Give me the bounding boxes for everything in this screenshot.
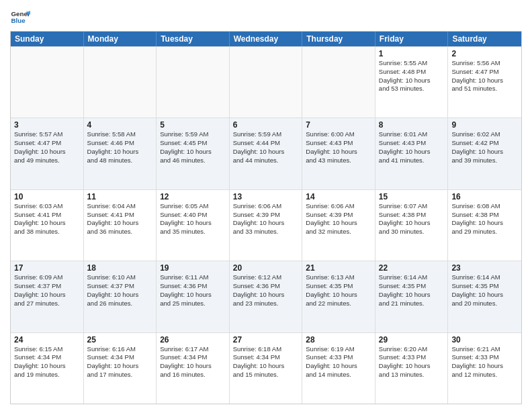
calendar-cell: 18Sunrise: 6:10 AM Sunset: 4:37 PM Dayli…: [84, 261, 157, 332]
day-info: Sunrise: 5:55 AM Sunset: 4:48 PM Dayligh…: [379, 59, 445, 93]
day-number: 26: [160, 335, 226, 345]
day-info: Sunrise: 6:11 AM Sunset: 4:36 PM Dayligh…: [160, 273, 226, 308]
day-info: Sunrise: 6:05 AM Sunset: 4:40 PM Dayligh…: [160, 202, 226, 236]
calendar-cell: [84, 47, 157, 118]
day-info: Sunrise: 6:17 AM Sunset: 4:34 PM Dayligh…: [160, 345, 226, 379]
calendar-cell: 9Sunrise: 6:02 AM Sunset: 4:42 PM Daylig…: [448, 118, 521, 189]
day-number: 25: [87, 335, 153, 345]
calendar-cell: 7Sunrise: 6:00 AM Sunset: 4:43 PM Daylig…: [302, 118, 375, 189]
calendar-cell: 3Sunrise: 5:57 AM Sunset: 4:47 PM Daylig…: [11, 118, 84, 189]
calendar-cell: 11Sunrise: 6:04 AM Sunset: 4:41 PM Dayli…: [84, 190, 157, 261]
day-info: Sunrise: 5:59 AM Sunset: 4:44 PM Dayligh…: [233, 130, 299, 165]
calendar-cell: [11, 47, 84, 118]
calendar-cell: 14Sunrise: 6:06 AM Sunset: 4:39 PM Dayli…: [302, 190, 375, 261]
day-number: 7: [306, 120, 371, 130]
day-number: 12: [160, 192, 226, 201]
day-number: 10: [14, 192, 80, 201]
day-number: 24: [14, 335, 80, 345]
calendar-cell: [157, 47, 230, 118]
calendar-cell: 26Sunrise: 6:17 AM Sunset: 4:34 PM Dayli…: [157, 333, 230, 404]
day-info: Sunrise: 6:15 AM Sunset: 4:34 PM Dayligh…: [14, 345, 80, 379]
day-number: 15: [379, 192, 445, 201]
day-info: Sunrise: 6:08 AM Sunset: 4:38 PM Dayligh…: [451, 202, 518, 236]
calendar-cell: 10Sunrise: 6:03 AM Sunset: 4:41 PM Dayli…: [11, 190, 84, 261]
calendar-row-3: 10Sunrise: 6:03 AM Sunset: 4:41 PM Dayli…: [11, 189, 521, 261]
calendar-cell: 22Sunrise: 6:14 AM Sunset: 4:35 PM Dayli…: [375, 261, 449, 332]
calendar-cell: 6Sunrise: 5:59 AM Sunset: 4:44 PM Daylig…: [230, 118, 303, 189]
day-number: 27: [233, 335, 299, 345]
calendar-cell: 1Sunrise: 5:55 AM Sunset: 4:48 PM Daylig…: [375, 47, 449, 118]
calendar-cell: 15Sunrise: 6:07 AM Sunset: 4:38 PM Dayli…: [375, 190, 449, 261]
calendar-cell: 13Sunrise: 6:06 AM Sunset: 4:39 PM Dayli…: [230, 190, 303, 261]
calendar-cell: [230, 47, 303, 118]
calendar-cell: 16Sunrise: 6:08 AM Sunset: 4:38 PM Dayli…: [448, 190, 521, 261]
day-number: 5: [160, 120, 226, 130]
day-info: Sunrise: 6:06 AM Sunset: 4:39 PM Dayligh…: [306, 202, 371, 236]
calendar-cell: 12Sunrise: 6:05 AM Sunset: 4:40 PM Dayli…: [157, 190, 230, 261]
day-info: Sunrise: 6:01 AM Sunset: 4:43 PM Dayligh…: [379, 130, 445, 165]
calendar-cell: 4Sunrise: 5:58 AM Sunset: 4:46 PM Daylig…: [84, 118, 157, 189]
calendar-cell: 20Sunrise: 6:12 AM Sunset: 4:36 PM Dayli…: [230, 261, 303, 332]
day-number: 6: [233, 120, 299, 130]
day-info: Sunrise: 5:58 AM Sunset: 4:46 PM Dayligh…: [87, 130, 153, 165]
calendar-cell: 2Sunrise: 5:56 AM Sunset: 4:47 PM Daylig…: [448, 47, 521, 118]
calendar-cell: 24Sunrise: 6:15 AM Sunset: 4:34 PM Dayli…: [11, 333, 84, 404]
calendar-cell: 5Sunrise: 5:59 AM Sunset: 4:45 PM Daylig…: [157, 118, 230, 189]
day-number: 18: [87, 263, 153, 273]
calendar-row-5: 24Sunrise: 6:15 AM Sunset: 4:34 PM Dayli…: [11, 332, 521, 404]
header: General Blue: [10, 7, 522, 27]
weekday-header-tuesday: Tuesday: [157, 32, 230, 46]
day-number: 22: [379, 263, 445, 273]
day-info: Sunrise: 6:07 AM Sunset: 4:38 PM Dayligh…: [379, 202, 445, 236]
day-number: 20: [233, 263, 299, 273]
day-info: Sunrise: 5:57 AM Sunset: 4:47 PM Dayligh…: [14, 130, 80, 165]
calendar: SundayMondayTuesdayWednesdayThursdayFrid…: [10, 31, 522, 404]
day-number: 3: [14, 120, 80, 130]
day-number: 1: [379, 49, 445, 58]
day-number: 23: [451, 263, 518, 273]
day-info: Sunrise: 6:04 AM Sunset: 4:41 PM Dayligh…: [87, 202, 153, 236]
weekday-header-monday: Monday: [84, 32, 157, 46]
day-info: Sunrise: 6:14 AM Sunset: 4:35 PM Dayligh…: [379, 273, 445, 308]
day-info: Sunrise: 6:18 AM Sunset: 4:34 PM Dayligh…: [233, 345, 299, 379]
calendar-cell: 19Sunrise: 6:11 AM Sunset: 4:36 PM Dayli…: [157, 261, 230, 332]
page: General Blue SundayMondayTuesdayWednesda…: [0, 0, 532, 411]
day-number: 4: [87, 120, 153, 130]
day-number: 28: [306, 335, 371, 345]
day-info: Sunrise: 6:14 AM Sunset: 4:35 PM Dayligh…: [451, 273, 518, 308]
day-number: 29: [379, 335, 445, 345]
weekday-header-saturday: Saturday: [448, 32, 521, 46]
day-info: Sunrise: 6:12 AM Sunset: 4:36 PM Dayligh…: [233, 273, 299, 308]
calendar-cell: 23Sunrise: 6:14 AM Sunset: 4:35 PM Dayli…: [448, 261, 521, 332]
logo: General Blue: [10, 7, 33, 27]
day-info: Sunrise: 5:56 AM Sunset: 4:47 PM Dayligh…: [451, 59, 518, 93]
calendar-cell: 27Sunrise: 6:18 AM Sunset: 4:34 PM Dayli…: [230, 333, 303, 404]
day-number: 13: [233, 192, 299, 201]
day-info: Sunrise: 6:06 AM Sunset: 4:39 PM Dayligh…: [233, 202, 299, 236]
day-number: 11: [87, 192, 153, 201]
svg-text:Blue: Blue: [11, 17, 26, 24]
calendar-cell: 30Sunrise: 6:21 AM Sunset: 4:33 PM Dayli…: [448, 333, 521, 404]
day-info: Sunrise: 6:10 AM Sunset: 4:37 PM Dayligh…: [87, 273, 153, 308]
calendar-body: 1Sunrise: 5:55 AM Sunset: 4:48 PM Daylig…: [11, 46, 521, 404]
calendar-cell: 25Sunrise: 6:16 AM Sunset: 4:34 PM Dayli…: [84, 333, 157, 404]
day-number: 9: [451, 120, 518, 130]
day-info: Sunrise: 5:59 AM Sunset: 4:45 PM Dayligh…: [160, 130, 226, 165]
weekday-header-thursday: Thursday: [302, 32, 375, 46]
calendar-cell: [302, 47, 375, 118]
calendar-cell: 8Sunrise: 6:01 AM Sunset: 4:43 PM Daylig…: [375, 118, 449, 189]
day-number: 17: [14, 263, 80, 273]
day-info: Sunrise: 6:02 AM Sunset: 4:42 PM Dayligh…: [451, 130, 518, 165]
calendar-row-1: 1Sunrise: 5:55 AM Sunset: 4:48 PM Daylig…: [11, 46, 521, 118]
weekday-header-wednesday: Wednesday: [230, 32, 303, 46]
calendar-cell: 21Sunrise: 6:13 AM Sunset: 4:35 PM Dayli…: [302, 261, 375, 332]
day-info: Sunrise: 6:03 AM Sunset: 4:41 PM Dayligh…: [14, 202, 80, 236]
calendar-cell: 28Sunrise: 6:19 AM Sunset: 4:33 PM Dayli…: [302, 333, 375, 404]
day-info: Sunrise: 6:00 AM Sunset: 4:43 PM Dayligh…: [306, 130, 371, 165]
calendar-row-4: 17Sunrise: 6:09 AM Sunset: 4:37 PM Dayli…: [11, 261, 521, 332]
day-info: Sunrise: 6:16 AM Sunset: 4:34 PM Dayligh…: [87, 345, 153, 379]
calendar-header: SundayMondayTuesdayWednesdayThursdayFrid…: [11, 32, 521, 46]
day-number: 14: [306, 192, 371, 201]
day-number: 21: [306, 263, 371, 273]
weekday-header-sunday: Sunday: [11, 32, 84, 46]
